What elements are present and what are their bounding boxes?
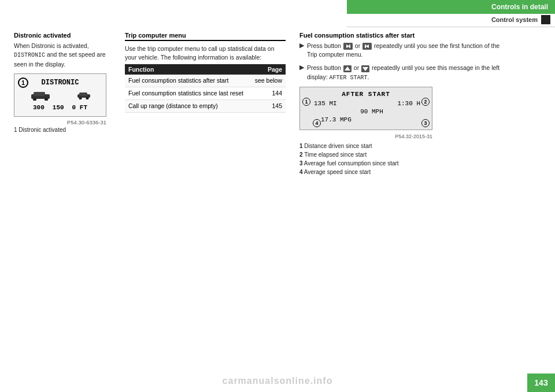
table-cell-page: 145	[250, 99, 286, 112]
table-cell-page: 144	[250, 87, 286, 100]
header-title: Controls in detail	[347, 0, 555, 14]
bullet-text-1: Press button or repeatedly until you see…	[307, 42, 505, 59]
circle-label-3: 3	[421, 119, 430, 127]
table-cell-function: Fuel consumption statistics after start	[125, 75, 250, 87]
left-body-text: When Distronic is activated, DISTRONIC a…	[14, 42, 109, 69]
button-icon-up	[343, 65, 352, 72]
content-area: Distronic activated When Distronic is ac…	[0, 32, 555, 369]
circle-label-2: 2	[421, 98, 430, 106]
circle-1: 1	[18, 77, 28, 88]
after-start-display-wrap: AFTER START 135 MI 1:30 H 90 MPH 17.3 MP…	[299, 87, 438, 139]
header-subtitle-bar: Control system	[347, 15, 555, 27]
after-start-mph: 90 MPH	[360, 108, 383, 115]
middle-intro-text: Use the trip computer menu to call up st…	[125, 45, 286, 62]
distronic-title: DISTRONIC	[42, 79, 79, 87]
table-cell-page: see below	[250, 75, 286, 87]
table-header-page: Page	[250, 64, 286, 75]
header-subtitle: Control system	[491, 16, 538, 23]
distronic-inner: 1 DISTRONIC	[14, 74, 106, 116]
distronic-image-caption: P54.30-6336-31	[14, 119, 106, 125]
left-section-heading: Distronic activated	[14, 32, 109, 39]
button-icon-down	[361, 65, 369, 72]
right-section-heading: Fuel consumption statistics after start	[299, 32, 505, 39]
after-start-title: AFTER START	[305, 91, 427, 98]
table-header-function: Function	[125, 64, 250, 75]
watermark: carmanualsonline.info	[223, 376, 333, 386]
numbered-list-item: 4 Average speed since start	[299, 168, 505, 176]
after-start-caption: P54.32-2015-31	[299, 134, 432, 139]
after-start-mpg: 17.3 MPG	[321, 116, 427, 123]
table-row: Fuel consumption statistics after starts…	[125, 75, 286, 87]
left-column: Distronic activated When Distronic is ac…	[0, 32, 116, 369]
table-row: Call up range (distance to empty)145	[125, 99, 286, 112]
middle-column: Trip computer menu Use the trip computer…	[116, 32, 295, 369]
table-cell-function: Call up range (distance to empty)	[125, 99, 250, 112]
bullet-arrow-1: ▶	[299, 42, 304, 49]
distronic-numbers: 3001500 FT	[33, 104, 87, 111]
numbered-list: 1 Distance driven since start2 Time elap…	[299, 142, 505, 176]
bullet-item-2: ▶ Press button or repeatedly until you s…	[299, 64, 505, 82]
button-icon-forward	[343, 43, 353, 50]
button-icon-backward	[362, 43, 372, 50]
distronic-road	[17, 90, 103, 101]
svg-rect-5	[79, 93, 87, 96]
middle-section-heading: Trip computer menu	[125, 32, 286, 41]
bullet-arrow-2: ▶	[299, 64, 304, 71]
distronic-image-wrap: 1 DISTRONIC	[14, 73, 106, 125]
table-cell-function: Fuel consumption statistics since last r…	[125, 87, 250, 100]
svg-rect-1	[34, 92, 45, 96]
circle-label-4: 4	[313, 119, 321, 127]
page-number: 143	[527, 373, 555, 392]
numbered-list-item: 3 Average fuel consumption since start	[299, 159, 505, 168]
numbered-list-item: 2 Time elapsed since start	[299, 150, 505, 159]
car-right-icon	[76, 91, 91, 99]
after-start-display: AFTER START 135 MI 1:30 H 90 MPH 17.3 MP…	[299, 87, 432, 130]
after-start-row1: 135 MI 1:30 H	[305, 100, 427, 107]
car-left-icon	[29, 90, 52, 101]
header-section: Controls in detail Control system	[347, 0, 555, 27]
bullet-item-1: ▶ Press button or repeatedly until you s…	[299, 42, 505, 59]
bullet-text-2: Press button or repeatedly until you see…	[307, 64, 505, 82]
section-indicator	[541, 15, 550, 24]
right-column: Fuel consumption statistics after start …	[295, 32, 515, 369]
after-start-row2: 90 MPH	[305, 108, 427, 115]
distronic-image: 1 DISTRONIC	[14, 73, 106, 117]
function-table: Function Page Fuel consumption statistic…	[125, 64, 286, 112]
numbered-list-item: 1 Distance driven since start	[299, 142, 505, 150]
table-row: Fuel consumption statistics since last r…	[125, 87, 286, 100]
caption-label: 1 Distronic activated	[14, 127, 109, 133]
